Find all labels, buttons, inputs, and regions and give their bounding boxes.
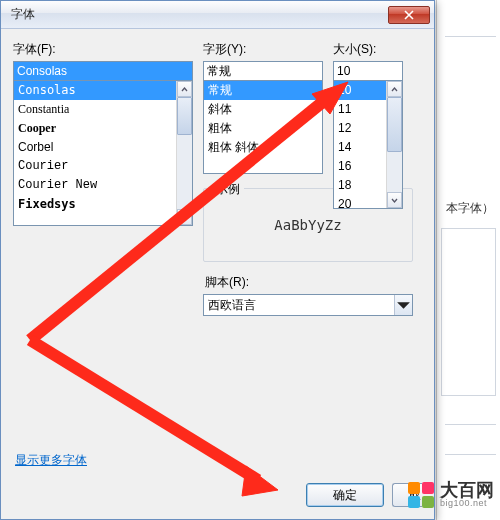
- list-item[interactable]: Constantia: [14, 100, 176, 119]
- font-input[interactable]: [13, 61, 193, 81]
- list-item[interactable]: Consolas: [14, 81, 176, 100]
- list-item[interactable]: 16: [334, 157, 386, 176]
- chevron-up-icon: [391, 86, 398, 93]
- titlebar: 字体: [1, 1, 434, 29]
- ok-button[interactable]: 确定: [306, 483, 384, 507]
- close-button[interactable]: [388, 6, 430, 24]
- list-item[interactable]: 20: [334, 195, 386, 208]
- style-listbox[interactable]: 常规斜体粗体粗体 斜体: [203, 81, 323, 174]
- size-input[interactable]: [333, 61, 403, 81]
- scroll-down-button[interactable]: [387, 192, 402, 208]
- behind-text: 本字体）: [446, 200, 494, 217]
- list-item[interactable]: 斜体: [204, 100, 322, 119]
- close-icon: [404, 10, 414, 20]
- scroll-up-button[interactable]: [177, 81, 192, 97]
- list-item[interactable]: 粗体: [204, 119, 322, 138]
- background-panel: 本字体）: [436, 0, 500, 520]
- script-label: 脚本(R):: [205, 274, 323, 291]
- scroll-up-button[interactable]: [387, 81, 402, 97]
- more-fonts-link[interactable]: 显示更多字体: [15, 452, 87, 469]
- list-item[interactable]: Courier New: [14, 176, 176, 195]
- style-label: 字形(Y):: [203, 41, 323, 58]
- size-label: 大小(S):: [333, 41, 403, 58]
- style-input[interactable]: [203, 61, 323, 81]
- list-item[interactable]: 10: [334, 81, 386, 100]
- list-item[interactable]: Cooper: [14, 119, 176, 138]
- scroll-down-button[interactable]: [177, 209, 192, 225]
- cancel-button-partial[interactable]: 取: [392, 483, 422, 507]
- list-item[interactable]: 粗体 斜体: [204, 138, 322, 157]
- list-item[interactable]: 14: [334, 138, 386, 157]
- font-scrollbar[interactable]: [176, 81, 192, 225]
- list-item[interactable]: 11: [334, 100, 386, 119]
- font-label: 字体(F):: [13, 41, 193, 58]
- size-scrollbar[interactable]: [386, 81, 402, 208]
- font-dialog: 字体 字体(F): ConsolasConstantiaCooperCorbel…: [0, 0, 435, 520]
- list-item[interactable]: Corbel: [14, 138, 176, 157]
- list-item[interactable]: Courier: [14, 157, 176, 176]
- chevron-up-icon: [181, 86, 188, 93]
- list-item[interactable]: 常规: [204, 81, 322, 100]
- list-item[interactable]: Fixedsys: [14, 195, 176, 214]
- list-item[interactable]: 18: [334, 176, 386, 195]
- chevron-down-icon: [391, 197, 398, 204]
- size-listbox[interactable]: 10111214161820: [333, 81, 403, 209]
- dialog-title: 字体: [11, 6, 388, 23]
- list-item[interactable]: 12: [334, 119, 386, 138]
- chevron-down-icon: [181, 214, 188, 221]
- font-listbox[interactable]: ConsolasConstantiaCooperCorbelCourierCou…: [13, 81, 193, 226]
- sample-legend: 示例: [212, 181, 244, 198]
